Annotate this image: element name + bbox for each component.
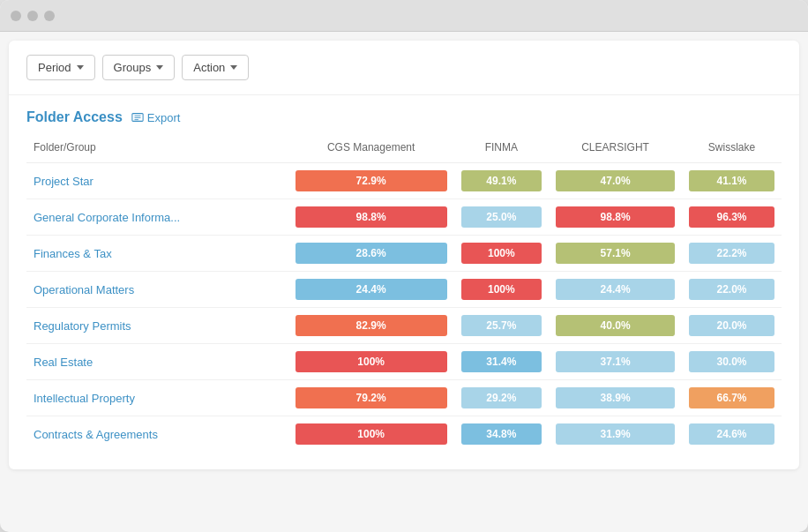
table-row: Operational Matters24.4%100%24.4%22.0% <box>26 272 782 308</box>
percentage-bar: 30.0% <box>689 351 774 372</box>
percentage-bar: 100% <box>461 279 542 300</box>
period-label: Period <box>38 61 71 74</box>
folder-access-table: Folder/Group CGS Management FINMA CLEARS… <box>26 132 782 452</box>
action-caret-icon <box>230 65 237 70</box>
row-name: Regulatory Permits <box>26 308 288 344</box>
groups-dropdown[interactable]: Groups <box>102 55 176 80</box>
percentage-bar: 96.3% <box>689 206 774 228</box>
app-window: Period Groups Action Folder Access <box>0 0 808 532</box>
row-cell: 66.7% <box>682 380 782 416</box>
row-cell: 25.7% <box>454 308 550 344</box>
row-name: Contracts & Agreements <box>26 416 288 453</box>
row-cell: 24.6% <box>682 416 782 453</box>
col-header-clearsight: CLEARSIGHT <box>549 132 682 163</box>
row-cell: 100% <box>454 272 550 308</box>
table-row: Contracts & Agreements100%34.8%31.9%24.6… <box>26 416 782 453</box>
percentage-bar: 72.9% <box>296 170 447 191</box>
percentage-bar: 82.9% <box>296 315 447 336</box>
percentage-bar: 49.1% <box>461 170 542 191</box>
row-cell: 30.0% <box>682 344 782 380</box>
table-row: Finances & Tax28.6%100%57.1%22.2% <box>26 236 782 272</box>
percentage-bar: 29.2% <box>461 387 542 408</box>
percentage-bar: 34.8% <box>461 423 542 445</box>
action-label: Action <box>193 61 225 74</box>
percentage-bar: 40.0% <box>556 315 675 336</box>
close-button[interactable] <box>11 11 21 21</box>
period-caret-icon <box>77 65 84 70</box>
row-cell: 40.0% <box>549 308 682 344</box>
row-cell: 20.0% <box>682 308 782 344</box>
row-cell: 25.0% <box>454 199 550 236</box>
row-cell: 31.9% <box>549 416 682 453</box>
percentage-bar: 98.8% <box>556 206 675 228</box>
row-name: Intellectual Property <box>26 380 288 416</box>
row-name: Operational Matters <box>26 272 288 308</box>
percentage-bar: 98.8% <box>296 206 447 228</box>
row-cell: 82.9% <box>288 308 454 344</box>
traffic-lights <box>11 11 55 21</box>
section-header: Folder Access Export <box>9 95 799 132</box>
percentage-bar: 100% <box>296 351 447 372</box>
col-header-finma: FINMA <box>454 132 550 163</box>
row-cell: 34.8% <box>454 416 550 453</box>
row-cell: 38.9% <box>549 380 682 416</box>
col-header-folder: Folder/Group <box>26 132 288 163</box>
percentage-bar: 100% <box>461 243 542 264</box>
table-row: General Corporate Informa...98.8%25.0%98… <box>26 199 782 236</box>
table-container: Folder/Group CGS Management FINMA CLEARS… <box>9 132 799 469</box>
table-row: Project Star72.9%49.1%47.0%41.1% <box>26 163 782 199</box>
percentage-bar: 24.6% <box>689 423 774 445</box>
percentage-bar: 47.0% <box>556 170 675 191</box>
percentage-bar: 22.2% <box>689 243 774 264</box>
row-cell: 31.4% <box>454 344 550 380</box>
row-cell: 79.2% <box>288 380 454 416</box>
percentage-bar: 38.9% <box>556 387 675 408</box>
row-cell: 100% <box>288 416 454 453</box>
percentage-bar: 57.1% <box>556 243 675 264</box>
row-cell: 28.6% <box>288 236 454 272</box>
titlebar <box>0 0 808 32</box>
period-dropdown[interactable]: Period <box>26 55 95 80</box>
minimize-button[interactable] <box>27 11 38 21</box>
percentage-bar: 37.1% <box>556 351 675 372</box>
row-cell: 22.0% <box>682 272 782 308</box>
percentage-bar: 22.0% <box>689 279 774 300</box>
percentage-bar: 66.7% <box>689 387 774 408</box>
table-header-row: Folder/Group CGS Management FINMA CLEARS… <box>26 132 782 163</box>
row-cell: 41.1% <box>682 163 782 199</box>
percentage-bar: 100% <box>296 423 447 445</box>
row-cell: 72.9% <box>288 163 454 199</box>
table-row: Regulatory Permits82.9%25.7%40.0%20.0% <box>26 308 782 344</box>
col-header-swisslake: Swisslake <box>682 132 782 163</box>
row-cell: 24.4% <box>288 272 454 308</box>
percentage-bar: 31.4% <box>461 351 542 372</box>
table-row: Real Estate100%31.4%37.1%30.0% <box>26 344 782 380</box>
percentage-bar: 28.6% <box>296 243 447 264</box>
row-cell: 37.1% <box>549 344 682 380</box>
row-cell: 98.8% <box>288 199 454 236</box>
row-cell: 98.8% <box>549 199 682 236</box>
row-cell: 100% <box>454 236 550 272</box>
row-name: Project Star <box>26 163 288 199</box>
table-row: Intellectual Property79.2%29.2%38.9%66.7… <box>26 380 782 416</box>
main-content: Period Groups Action Folder Access <box>9 41 799 469</box>
col-header-cgs: CGS Management <box>288 132 454 163</box>
action-dropdown[interactable]: Action <box>182 55 249 80</box>
row-name: Finances & Tax <box>26 236 288 272</box>
export-icon <box>131 111 144 124</box>
export-label: Export <box>147 111 181 124</box>
percentage-bar: 24.4% <box>296 279 447 300</box>
toolbar: Period Groups Action <box>9 41 799 95</box>
maximize-button[interactable] <box>44 11 55 21</box>
row-cell: 57.1% <box>549 236 682 272</box>
row-cell: 47.0% <box>549 163 682 199</box>
row-cell: 49.1% <box>454 163 550 199</box>
export-button[interactable]: Export <box>131 111 181 124</box>
row-cell: 29.2% <box>454 380 550 416</box>
row-name: General Corporate Informa... <box>26 199 288 236</box>
percentage-bar: 25.7% <box>461 315 542 336</box>
groups-label: Groups <box>114 61 152 74</box>
percentage-bar: 31.9% <box>556 423 675 445</box>
percentage-bar: 25.0% <box>461 206 542 228</box>
groups-caret-icon <box>156 65 163 70</box>
